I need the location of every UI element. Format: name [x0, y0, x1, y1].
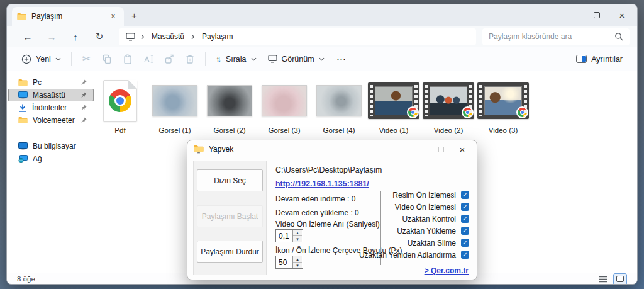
spin-down-icon[interactable]: ▾	[293, 236, 302, 242]
checkbox-checked-icon[interactable]: ✓	[461, 215, 469, 223]
checkbox-row[interactable]: Uzaktan Yükleme ✓	[359, 227, 469, 235]
command-toolbar: Yeni ✂ ↑↓ Sırala Görünüm ⋯	[7, 47, 637, 71]
folder-icon	[17, 13, 26, 20]
checkbox-row[interactable]: Uzaktan Yeniden Adlandırma ✓	[359, 251, 469, 259]
stop-share-button[interactable]: Paylaşımı Durdur	[197, 241, 263, 263]
preview-time-spinner: ▴▾	[275, 229, 303, 242]
chevron-down-icon	[251, 57, 257, 61]
navigation-bar: ← → ↑ ↻ Masaüstü Paylaşım	[7, 26, 637, 47]
sidebar-item-desktop[interactable]: Masaüstü	[8, 89, 94, 101]
spin-up-icon[interactable]: ▴	[293, 256, 302, 263]
file-name: Pdf	[114, 127, 125, 134]
share-url-link[interactable]: http://192.168.1.135:1881/	[275, 179, 369, 188]
minimize-button[interactable]: –	[559, 4, 584, 26]
options-checkbox-list: Resim Ön İzlemesi ✓ Video Ön İzlemesi ✓ …	[359, 191, 469, 259]
start-share-button[interactable]: Paylaşımı Başlat	[197, 205, 263, 227]
checkbox-checked-icon[interactable]: ✓	[461, 251, 469, 259]
checkbox-checked-icon[interactable]: ✓	[461, 191, 469, 199]
delete-icon[interactable]	[180, 50, 201, 69]
maximize-button[interactable]	[584, 4, 609, 26]
new-button[interactable]: Yeni	[16, 50, 67, 69]
checkbox-row[interactable]: Uzaktan Silme ✓	[359, 239, 469, 247]
paste-icon[interactable]	[118, 50, 138, 69]
file-name: Video (3)	[489, 127, 518, 134]
file-item-image[interactable]: Görsel (1)	[148, 76, 201, 134]
list-view-icon[interactable]	[598, 276, 608, 283]
sidebar-item-pc[interactable]: Pc	[8, 76, 94, 89]
details-pane-button[interactable]: Ayrıntılar	[570, 50, 628, 69]
file-name: Görsel (4)	[323, 127, 355, 134]
share-path-text: C:\Users\Pc\Desktop\Paylaşım	[275, 166, 382, 174]
spin-up-icon[interactable]: ▴	[293, 230, 302, 236]
file-item-video[interactable]: Video (3)	[477, 76, 530, 134]
frame-size-input[interactable]	[276, 256, 292, 268]
dialog-minimize-button[interactable]: –	[411, 140, 428, 158]
sidebar-item-label: Masaüstü	[33, 91, 65, 99]
tab-close-icon[interactable]: ×	[108, 11, 119, 22]
checkbox-label: Video Ön İzlemesi	[395, 203, 456, 212]
new-button-label: Yeni	[36, 55, 51, 64]
checkbox-checked-icon[interactable]: ✓	[461, 227, 469, 235]
share-icon[interactable]	[159, 50, 180, 69]
sidebar-item-downloads[interactable]: İndirilenler	[8, 101, 94, 114]
spin-down-icon[interactable]: ▾	[293, 263, 302, 268]
rename-icon[interactable]	[138, 50, 159, 69]
see-more-button[interactable]: ⋯	[330, 54, 353, 65]
video-thumbnail	[477, 82, 529, 119]
sidebar-item-network[interactable]: Ağ	[8, 152, 94, 165]
refresh-button[interactable]: ↻	[90, 28, 109, 45]
checkbox-row[interactable]: Uzaktan Kontrol ✓	[359, 215, 469, 223]
dialog-button-group: Dizin Seç Paylaşımı Başlat Paylaşımı Dur…	[193, 161, 267, 275]
select-directory-button[interactable]: Dizin Seç	[197, 169, 263, 191]
file-item-image[interactable]: Görsel (3)	[258, 76, 311, 134]
file-item-image[interactable]: Görsel (2)	[203, 76, 256, 134]
file-item-video[interactable]: Video (1)	[367, 76, 420, 134]
file-name: Video (1)	[379, 127, 408, 134]
cut-icon[interactable]: ✂	[76, 50, 97, 69]
search-box	[482, 28, 630, 45]
search-icon[interactable]	[614, 32, 623, 41]
chrome-logo-icon	[462, 106, 474, 118]
item-count: 8 öğe	[17, 275, 35, 283]
view-button[interactable]: Görünüm	[262, 50, 330, 69]
preview-time-input[interactable]	[276, 230, 292, 242]
dialog-close-button[interactable]: ×	[454, 140, 470, 158]
pin-icon	[80, 79, 87, 86]
sidebar-item-voicemeeter[interactable]: Voicemeeter	[8, 114, 94, 127]
new-tab-button[interactable]: +	[124, 4, 145, 26]
checkbox-row[interactable]: Resim Ön İzlemesi ✓	[359, 191, 469, 199]
close-button[interactable]: ×	[609, 4, 635, 26]
checkbox-row[interactable]: Video Ön İzlemesi ✓	[359, 203, 469, 211]
breadcrumb-item-paylasim[interactable]: Paylaşım	[201, 31, 234, 42]
chevron-down-icon	[55, 57, 61, 61]
search-input[interactable]	[489, 32, 614, 41]
file-item-video[interactable]: Video (2)	[422, 76, 475, 134]
copy-icon[interactable]	[97, 50, 118, 69]
qer-website-link[interactable]: > Qer.com.tr	[425, 266, 469, 275]
sidebar-item-label: Ağ	[33, 154, 42, 163]
back-button[interactable]: ←	[18, 28, 37, 45]
checkbox-checked-icon[interactable]: ✓	[461, 203, 469, 211]
dialog-maximize-button[interactable]	[433, 140, 449, 158]
tab-paylasim[interactable]: Paylaşım ×	[12, 7, 124, 26]
maximize-icon	[438, 147, 444, 152]
breadcrumb-item-desktop[interactable]: Masaüstü	[150, 31, 186, 42]
details-pane-icon	[576, 55, 587, 63]
forward-button[interactable]: →	[42, 28, 61, 45]
this-pc-icon[interactable]	[126, 33, 135, 41]
pin-icon	[80, 91, 87, 98]
sidebar-item-label: Bu bilgisayar	[33, 142, 76, 150]
view-button-label: Görünüm	[282, 55, 314, 64]
file-item-pdf[interactable]: Pdf	[94, 76, 147, 134]
sort-button[interactable]: ↑↓ Sırala	[210, 50, 262, 69]
chevron-right-icon	[191, 34, 195, 40]
checkbox-checked-icon[interactable]: ✓	[461, 239, 469, 247]
thumbnail-view-icon[interactable]	[613, 273, 627, 285]
pdf-file-icon	[103, 80, 137, 122]
video-thumbnail	[423, 82, 474, 119]
file-name: Görsel (1)	[158, 127, 191, 134]
desktop-icon	[18, 91, 28, 99]
up-button[interactable]: ↑	[66, 28, 85, 45]
sidebar-item-this-pc[interactable]: Bu bilgisayar	[8, 140, 94, 152]
file-item-image[interactable]: Görsel (4)	[313, 76, 365, 134]
